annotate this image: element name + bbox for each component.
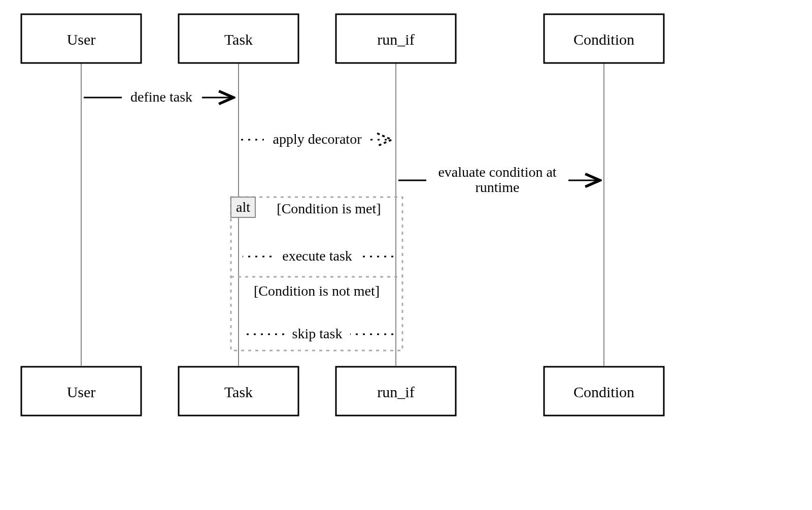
participant-condition-bottom-label: Condition [573, 384, 634, 400]
participant-task-bottom-label: Task [224, 384, 253, 400]
sequence-diagram: User Task run_if Condition User Task run… [0, 0, 812, 510]
message-skip-task-label: skip task [292, 326, 343, 341]
participant-runif-bottom: run_if [336, 367, 456, 416]
message-skip-task: skip task [243, 326, 393, 341]
message-evaluate-condition-label-1: evaluate condition at [438, 164, 556, 180]
participant-user-bottom-label: User [67, 384, 96, 400]
participant-condition-top: Condition [544, 14, 664, 63]
message-apply-decorator: apply decorator [241, 131, 392, 147]
alt-frame-label: alt [236, 199, 250, 215]
participant-task-top: Task [179, 14, 298, 63]
participant-user-top-label: User [67, 31, 96, 48]
message-execute-task: execute task [243, 248, 393, 264]
message-define-task: define task [84, 89, 233, 105]
participant-task-bottom: Task [179, 367, 298, 416]
alt-guard-2: [Condition is not met] [254, 283, 380, 299]
message-evaluate-condition-label-2: runtime [475, 179, 519, 195]
participant-task-top-label: Task [224, 31, 253, 48]
participant-user-top: User [21, 14, 141, 63]
participant-runif-top: run_if [336, 14, 456, 63]
message-define-task-label: define task [130, 89, 192, 105]
participant-user-bottom: User [21, 367, 141, 416]
participant-condition-bottom: Condition [544, 367, 664, 416]
message-evaluate-condition: evaluate condition at runtime [398, 164, 600, 195]
participant-condition-top-label: Condition [573, 31, 634, 48]
message-execute-task-label: execute task [282, 248, 352, 264]
message-apply-decorator-label: apply decorator [273, 131, 362, 147]
participant-runif-bottom-label: run_if [377, 384, 414, 400]
alt-guard-1: [Condition is met] [277, 201, 381, 216]
participant-runif-top-label: run_if [377, 31, 414, 48]
